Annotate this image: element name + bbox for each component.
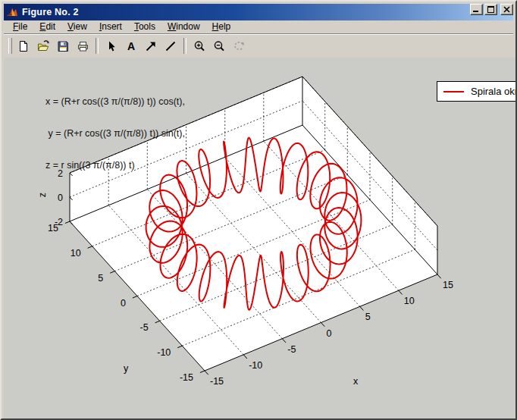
menu-item-insert[interactable]: Insert: [93, 20, 128, 33]
legend-line-sample: [443, 91, 464, 92]
figure-canvas: -15-10-5051015-15-10-5051015-202xyz x = …: [4, 58, 516, 419]
svg-text:A: A: [127, 40, 135, 52]
toolbar-separator: [183, 38, 186, 54]
maximize-button[interactable]: [484, 4, 497, 15]
svg-text:-5: -5: [140, 322, 149, 333]
svg-text:0: 0: [327, 328, 332, 339]
menu-item-help[interactable]: Help: [206, 20, 237, 33]
equation-line-x: x = (R+r cos((3 π/(π/8)) t)) cos(t),: [45, 96, 185, 107]
minimize-icon: [473, 6, 480, 13]
pointer-arrow-icon: [105, 40, 118, 52]
open-file-button[interactable]: [33, 37, 53, 55]
menu-item-view[interactable]: View: [61, 20, 93, 33]
window-controls: [470, 4, 513, 15]
menu-item-edit[interactable]: Edit: [33, 20, 61, 33]
toolbar-grip-handle[interactable]: [8, 38, 12, 54]
equation-line-z: z = r sin((3 π/(π/8)) t): [45, 160, 185, 171]
save-figure-button[interactable]: [53, 37, 73, 55]
edit-pointer-button[interactable]: [102, 37, 121, 55]
insert-line-button[interactable]: [161, 37, 180, 55]
svg-text:0: 0: [121, 298, 126, 309]
svg-text:5: 5: [365, 312, 371, 322]
svg-text:y: y: [124, 363, 129, 374]
open-folder-icon: [37, 40, 50, 52]
print-icon: [77, 40, 89, 52]
close-icon: [503, 6, 510, 13]
svg-text:-2: -2: [55, 217, 63, 227]
insert-arrow-button[interactable]: [141, 37, 161, 55]
minimize-button[interactable]: [470, 4, 483, 15]
equation-annotation: x = (R+r cos((3 π/(π/8)) t)) cos(t), y =…: [45, 75, 185, 192]
rotate-3d-icon: [233, 40, 246, 52]
zoom-out-button[interactable]: [209, 37, 229, 55]
toolbar: A: [4, 35, 513, 57]
figure-window: Figure No. 2 FileEditViewInsertToolsWind…: [0, 0, 517, 420]
svg-text:0: 0: [58, 193, 63, 203]
print-figure-button[interactable]: [73, 37, 92, 55]
menu-item-tools[interactable]: Tools: [128, 20, 161, 33]
maximize-icon: [487, 6, 494, 13]
menu-item-window[interactable]: Window: [161, 20, 206, 33]
insert-text-button[interactable]: A: [121, 37, 141, 55]
new-document-icon: [17, 40, 30, 52]
svg-text:z: z: [37, 193, 48, 197]
svg-text:-15: -15: [180, 372, 193, 383]
svg-text:10: 10: [70, 248, 81, 259]
menu-bar: FileEditViewInsertToolsWindowHelp: [4, 20, 513, 34]
svg-text:-5: -5: [287, 344, 296, 355]
legend-label: Spirala okra: [471, 86, 516, 97]
legend[interactable]: Spirala okra: [437, 81, 516, 102]
window-title: Figure No. 2: [22, 7, 79, 17]
matlab-logo-icon: [6, 6, 18, 18]
svg-text:5: 5: [98, 273, 103, 284]
title-bar[interactable]: Figure No. 2: [4, 4, 513, 20]
svg-text:10: 10: [404, 296, 415, 306]
equation-line-y: y = (R+r cos((3 π/(π/8)) t)) sin(t),: [45, 128, 185, 139]
text-a-icon: A: [125, 40, 137, 52]
close-button[interactable]: [500, 4, 513, 15]
svg-text:-10: -10: [249, 360, 262, 371]
line-icon: [164, 40, 177, 52]
zoom-in-button[interactable]: [190, 37, 209, 55]
svg-text:15: 15: [443, 280, 453, 290]
arrow-ne-icon: [145, 40, 157, 52]
zoom-in-icon: [193, 40, 206, 52]
menu-item-file[interactable]: File: [7, 20, 33, 33]
new-figure-button[interactable]: [14, 37, 33, 55]
save-floppy-icon: [57, 40, 69, 52]
svg-text:-10: -10: [157, 347, 171, 358]
zoom-out-icon: [213, 40, 226, 52]
svg-text:-15: -15: [210, 376, 224, 387]
toolbar-separator: [96, 38, 99, 54]
svg-text:x: x: [353, 376, 359, 387]
rotate-3d-button[interactable]: [229, 37, 249, 55]
